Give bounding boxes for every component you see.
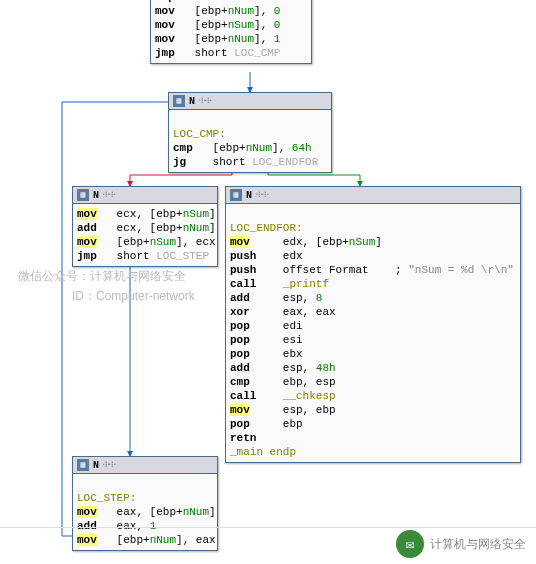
dots-icon: ⸭⸭ (103, 190, 115, 201)
block-n-icon: N (189, 96, 195, 107)
block-title-bar: ▦ N ⸭⸭ (73, 457, 217, 474)
block-title-bar: ▦ N ⸭⸭ (73, 187, 217, 204)
block-n-icon: N (93, 460, 99, 471)
grid-icon: ▦ (77, 189, 89, 201)
asm-lines: LOC_ENDFOR: mov edx, [ebp+nSum] push edx… (226, 204, 520, 462)
asm-block-cmp[interactable]: ▦ N ⸭⸭ LOC_CMP: cmp [ebp+nNum], 64h jg s… (168, 92, 332, 173)
dots-icon: ⸭⸭ (199, 96, 211, 107)
grid-icon: ▦ (230, 189, 242, 201)
divider (0, 527, 536, 528)
asm-block-step[interactable]: ▦ N ⸭⸭ LOC_STEP: mov eax, [ebp+nNum] add… (72, 456, 218, 551)
grid-icon: ▦ (173, 95, 185, 107)
asm-lines: LOC_CMP: cmp [ebp+nNum], 64h jg short LO… (169, 110, 331, 172)
footer: ✉ 计算机与网络安全 (396, 530, 526, 558)
block-n-icon: N (246, 190, 252, 201)
dots-icon: ⸭⸭ (256, 190, 268, 201)
asm-lines: mov ecx, [ebp+nSum] add ecx, [ebp+nNum] … (73, 204, 217, 266)
grid-icon: ▦ (77, 459, 89, 471)
asm-block-sum[interactable]: ▦ N ⸭⸭ mov ecx, [ebp+nSum] add ecx, [ebp… (72, 186, 218, 267)
asm-lines: rep stosd mov [ebp+nNum], 0 mov [ebp+nSu… (151, 0, 311, 63)
wechat-icon: ✉ (396, 530, 424, 558)
asm-lines: LOC_STEP: mov eax, [ebp+nNum] add eax, 1… (73, 474, 217, 550)
watermark-line2: ID：Computer-network (72, 288, 195, 305)
footer-text: 计算机与网络安全 (430, 536, 526, 553)
block-n-icon: N (93, 190, 99, 201)
dots-icon: ⸭⸭ (103, 460, 115, 471)
block-title-bar: ▦ N ⸭⸭ (226, 187, 520, 204)
asm-block-init[interactable]: rep stosd mov [ebp+nNum], 0 mov [ebp+nSu… (150, 0, 312, 64)
asm-block-endfor[interactable]: ▦ N ⸭⸭ LOC_ENDFOR: mov edx, [ebp+nSum] p… (225, 186, 521, 463)
block-title-bar: ▦ N ⸭⸭ (169, 93, 331, 110)
watermark-line1: 微信公众号：计算机与网络安全 (18, 268, 186, 285)
